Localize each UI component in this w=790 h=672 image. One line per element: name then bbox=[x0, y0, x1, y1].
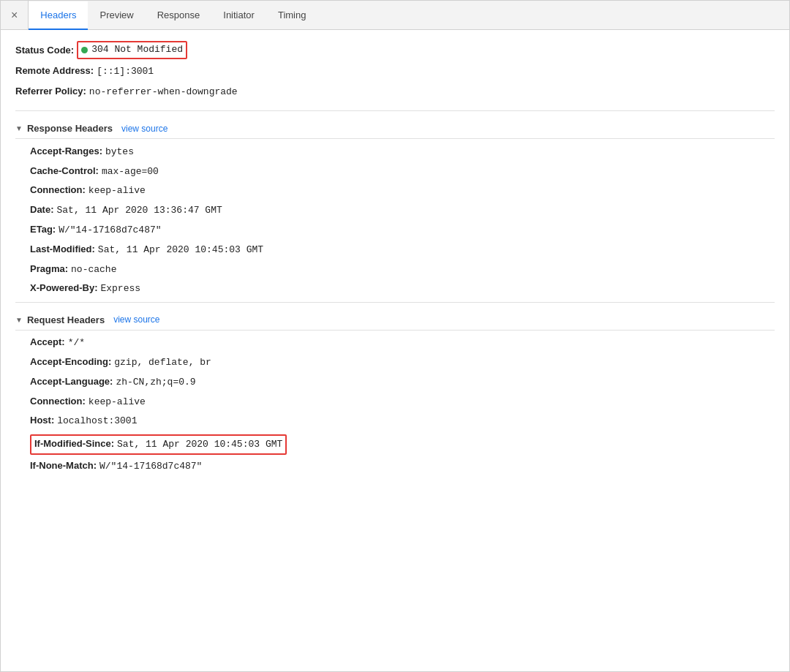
table-row: If-None-Match: W/"14-17168d7c487" bbox=[30, 457, 775, 477]
close-button[interactable]: × bbox=[1, 1, 29, 29]
response-headers-list: Accept-Ranges: bytes Cache-Control: max-… bbox=[15, 139, 775, 301]
content-area: Status Code: 304 Not Modified Remote Add… bbox=[1, 30, 789, 510]
tab-headers[interactable]: Headers bbox=[29, 1, 88, 30]
referrer-policy-row: Referrer Policy: no-referrer-when-downgr… bbox=[15, 82, 775, 102]
header-value: */* bbox=[68, 336, 85, 351]
table-row: Accept-Encoding: gzip, deflate, br bbox=[30, 353, 775, 373]
header-name: Connection: bbox=[30, 394, 86, 409]
header-value: Sat, 11 Apr 2020 13:36:47 GMT bbox=[57, 203, 222, 219]
if-modified-since-row: If-Modified-Since: Sat, 11 Apr 2020 10:4… bbox=[30, 433, 775, 457]
header-value: Sat, 11 Apr 2020 10:45:03 GMT bbox=[117, 437, 282, 453]
response-chevron-icon: ▼ bbox=[15, 124, 23, 132]
tab-bar: × Headers Preview Response Initiator Tim… bbox=[1, 1, 789, 30]
table-row: Accept-Language: zh-CN,zh;q=0.9 bbox=[30, 372, 775, 392]
header-name: X-Powered-By: bbox=[30, 281, 97, 296]
header-value: localhost:3001 bbox=[57, 414, 137, 429]
referrer-policy-value: no-referrer-when-downgrade bbox=[89, 85, 238, 100]
table-row: X-Powered-By: Express bbox=[30, 279, 775, 299]
if-modified-highlight: If-Modified-Since: Sat, 11 Apr 2020 10:4… bbox=[30, 434, 287, 455]
header-name: ETag: bbox=[30, 222, 56, 238]
request-headers-label: Request Headers bbox=[27, 314, 105, 325]
header-value: max-age=00 bbox=[102, 165, 159, 180]
table-row: Accept-Ranges: bytes bbox=[30, 142, 775, 162]
header-value: keep-alive bbox=[89, 395, 146, 410]
header-name: Cache-Control: bbox=[30, 164, 99, 179]
response-headers-label: Response Headers bbox=[27, 123, 113, 134]
table-row: Date: Sat, 11 Apr 2020 13:36:47 GMT bbox=[30, 201, 775, 221]
header-name: Date: bbox=[30, 203, 54, 218]
general-info-section: Status Code: 304 Not Modified Remote Add… bbox=[15, 39, 775, 111]
header-name: Connection: bbox=[30, 183, 86, 198]
response-view-source-link[interactable]: view source bbox=[121, 124, 168, 134]
response-headers-section: ▼ Response Headers view source Accept-Ra… bbox=[15, 111, 775, 301]
header-value: keep-alive bbox=[89, 184, 146, 199]
status-code-highlight: 304 Not Modified bbox=[77, 41, 187, 59]
table-row: Connection: keep-alive bbox=[30, 181, 775, 201]
header-name: Accept-Language: bbox=[30, 374, 113, 390]
close-icon: × bbox=[11, 9, 18, 22]
status-code-row: Status Code: 304 Not Modified bbox=[15, 39, 775, 61]
table-row: Cache-Control: max-age=00 bbox=[30, 162, 775, 181]
request-headers-section: ▼ Request Headers view source Accept: */… bbox=[15, 303, 775, 502]
referrer-policy-label: Referrer Policy: bbox=[15, 84, 86, 99]
header-name: If-None-Match: bbox=[30, 458, 97, 474]
remote-address-row: Remote Address: [::1]:3001 bbox=[15, 61, 775, 82]
header-name: Pragma: bbox=[30, 262, 68, 277]
tab-response[interactable]: Response bbox=[146, 1, 212, 30]
header-value: gzip, deflate, br bbox=[114, 355, 211, 371]
tab-preview[interactable]: Preview bbox=[88, 1, 145, 30]
header-value: bytes bbox=[105, 145, 134, 160]
table-row: Pragma: no-cache bbox=[30, 260, 775, 279]
request-chevron-icon: ▼ bbox=[15, 316, 23, 324]
header-value: Sat, 11 Apr 2020 10:45:03 GMT bbox=[98, 243, 263, 258]
header-value: zh-CN,zh;q=0.9 bbox=[116, 375, 195, 390]
devtools-panel: × Headers Preview Response Initiator Tim… bbox=[0, 0, 790, 672]
remote-address-value: [::1]:3001 bbox=[97, 64, 154, 80]
header-name: Host: bbox=[30, 413, 54, 429]
header-name: Accept-Encoding: bbox=[30, 355, 111, 370]
header-name: Accept: bbox=[30, 335, 65, 350]
status-code-label: Status Code: bbox=[15, 43, 74, 58]
status-dot-green bbox=[81, 47, 88, 53]
header-value: no-cache bbox=[71, 263, 116, 278]
table-row: Host: localhost:3001 bbox=[30, 412, 775, 431]
header-value: Express bbox=[100, 282, 140, 297]
header-name: Last-Modified: bbox=[30, 242, 95, 257]
table-row: Connection: keep-alive bbox=[30, 392, 775, 412]
tab-initiator[interactable]: Initiator bbox=[211, 1, 266, 30]
status-code-value: 304 Not Modified bbox=[91, 42, 183, 58]
table-row: Accept: */* bbox=[30, 333, 775, 353]
remote-address-label: Remote Address: bbox=[15, 64, 94, 79]
response-headers-header[interactable]: ▼ Response Headers view source bbox=[15, 118, 775, 139]
header-name: If-Modified-Since: bbox=[34, 437, 114, 452]
table-row: ETag: W/"14-17168d7c487" bbox=[30, 221, 775, 241]
request-headers-list: Accept: */* Accept-Encoding: gzip, defla… bbox=[15, 331, 775, 502]
tab-timing[interactable]: Timing bbox=[266, 1, 318, 30]
table-row: Last-Modified: Sat, 11 Apr 2020 10:45:03… bbox=[30, 240, 775, 260]
header-name: Accept-Ranges: bbox=[30, 144, 102, 159]
header-value: W/"14-17168d7c487" bbox=[59, 223, 161, 238]
header-value: W/"14-17168d7c487" bbox=[99, 459, 202, 475]
request-headers-header[interactable]: ▼ Request Headers view source bbox=[15, 310, 775, 331]
request-view-source-link[interactable]: view source bbox=[113, 314, 159, 325]
